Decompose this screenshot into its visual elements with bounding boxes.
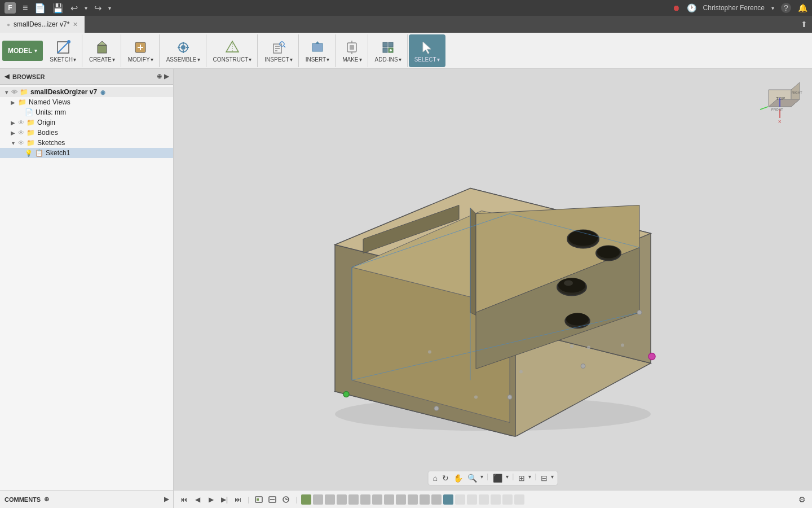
insert-button[interactable]: INSERT▾ xyxy=(302,36,333,65)
create-button[interactable]: CREATE▾ xyxy=(86,36,118,65)
viewport-orbit-icon[interactable]: ↻ xyxy=(441,472,450,484)
notification-icon[interactable]: 🔔 xyxy=(798,3,807,12)
timeline-marker-12[interactable] xyxy=(431,494,442,505)
timeline-skip-forward-button[interactable]: ⏭ xyxy=(232,494,244,505)
active-tab[interactable]: ● smallDes...izer v7* ✕ xyxy=(0,16,85,33)
viewport-pan-icon[interactable]: ✋ xyxy=(452,472,464,484)
svg-point-52 xyxy=(564,281,573,286)
timeline-marker-7[interactable] xyxy=(372,494,382,505)
browser-expand-icon[interactable]: ▶ xyxy=(164,73,169,80)
timeline-marker-8[interactable] xyxy=(384,494,394,505)
timeline-marker-11[interactable] xyxy=(420,494,430,505)
timeline-step-forward-button[interactable]: ▶| xyxy=(219,494,230,505)
timeline-play-button[interactable]: ▶ xyxy=(205,494,217,505)
insert-icon xyxy=(308,38,326,56)
timeline-marker-5[interactable] xyxy=(348,494,359,505)
timeline-marker-6[interactable] xyxy=(360,494,370,505)
units-item[interactable]: ▶ 📄 Units: mm xyxy=(0,107,173,117)
timeline-marker-4[interactable] xyxy=(337,494,347,505)
sketch-button[interactable]: SKETCH▾ xyxy=(46,36,80,65)
timeline-marker-19[interactable] xyxy=(514,494,524,505)
viewport-grid-dropdown-icon[interactable]: ▾ xyxy=(528,472,531,484)
sketches-item[interactable]: ▾ 👁 📁 Sketches xyxy=(0,138,173,148)
construct-button[interactable]: CONSTRUCT▾ xyxy=(210,36,255,65)
svg-point-2 xyxy=(67,40,70,43)
browser-header-icons: ⊕ ▶ xyxy=(157,73,169,80)
browser-collapse-icon[interactable]: ◀ xyxy=(5,73,9,80)
addins-button[interactable]: ADD-INS▾ xyxy=(372,36,405,65)
origin-item[interactable]: ▶ 👁 📁 Origin xyxy=(0,117,173,128)
viewport-layout-dropdown-icon[interactable]: ▾ xyxy=(551,472,554,484)
new-file-icon[interactable]: 📄 xyxy=(34,3,46,14)
tab-bar: ● smallDes...izer v7* ✕ ⬆ xyxy=(0,16,812,33)
root-visibility-icon[interactable]: 👁 xyxy=(11,89,17,95)
tab-label: smallDes...izer v7* xyxy=(14,20,69,28)
timeline-marker-16[interactable] xyxy=(479,494,489,505)
undo-icon[interactable]: ↩ xyxy=(70,3,78,14)
timeline-marker-3[interactable] xyxy=(325,494,335,505)
viewport-zoom-icon[interactable]: 🔍 xyxy=(466,472,478,484)
sketch1-visibility-icon[interactable]: 💡 xyxy=(25,150,33,157)
comments-add-icon[interactable]: ⊕ xyxy=(44,496,49,503)
timeline-marker-2[interactable] xyxy=(313,494,323,505)
origin-visibility-icon[interactable]: 👁 xyxy=(18,119,24,126)
inspect-button[interactable]: INSPECT▾ xyxy=(261,36,295,65)
record-icon[interactable]: ⏺ xyxy=(672,3,680,12)
comments-expand-icon[interactable]: ▶ xyxy=(164,496,169,503)
timeline-marker-9[interactable] xyxy=(396,494,406,505)
create-icon xyxy=(93,38,111,56)
timeline-marker-1[interactable] xyxy=(301,494,311,505)
modify-icon xyxy=(131,38,149,56)
modify-button[interactable]: MODIFY▾ xyxy=(125,36,157,65)
timeline-step-back-button[interactable]: ◀ xyxy=(192,494,203,505)
timeline-marker-14[interactable] xyxy=(455,494,465,505)
bodies-visibility-icon[interactable]: 👁 xyxy=(18,129,24,136)
timeline-marker-15[interactable] xyxy=(467,494,477,505)
model-button[interactable]: MODEL ▾ xyxy=(2,41,43,61)
file-icon[interactable]: ≡ xyxy=(23,3,28,13)
view-cube[interactable]: TOP RIGHT FRONT X xyxy=(754,76,805,126)
model-label: MODEL xyxy=(8,47,32,55)
viewport-display-mode-icon[interactable]: ⬛ xyxy=(492,472,504,484)
timeline-marker-13[interactable] xyxy=(443,494,453,505)
make-label: MAKE▾ xyxy=(342,56,361,63)
redo-icon[interactable]: ↪ xyxy=(94,3,102,14)
assemble-button[interactable]: ASSEMBLE▾ xyxy=(163,36,204,65)
select-button[interactable]: SELECT▾ xyxy=(411,36,443,65)
help-icon[interactable]: ? xyxy=(781,3,791,13)
timeline-marker-10[interactable] xyxy=(408,494,418,505)
undo-dropdown-icon[interactable]: ▾ xyxy=(85,5,87,11)
addins-label: ADD-INS▾ xyxy=(375,56,401,63)
app-logo[interactable]: F xyxy=(5,2,16,14)
sketch1-item[interactable]: ▶ 💡 📋 Sketch1 xyxy=(0,148,173,158)
viewport-layout-icon[interactable]: ⊟ xyxy=(540,472,549,484)
viewport-display-dropdown-icon[interactable]: ▾ xyxy=(506,472,509,484)
clock-icon[interactable]: 🕐 xyxy=(687,3,696,12)
timeline-tool-1[interactable] xyxy=(253,494,264,505)
tab-close-button[interactable]: ✕ xyxy=(73,21,78,28)
timeline-tool-3[interactable] xyxy=(280,494,292,505)
tab-expand-icon[interactable]: ⬆ xyxy=(801,20,807,29)
user-dropdown-icon[interactable]: ▾ xyxy=(771,5,774,11)
viewport-zoom-dropdown-icon[interactable]: ▾ xyxy=(480,472,483,484)
select-label: SELECT▾ xyxy=(414,56,440,63)
viewport[interactable]: TOP RIGHT FRONT X ⌂ ↻ ✋ xyxy=(174,69,812,490)
viewport-grid-icon[interactable]: ⊞ xyxy=(517,472,526,484)
make-button[interactable]: MAKE▾ xyxy=(339,36,365,65)
timeline-marker-17[interactable] xyxy=(491,494,501,505)
viewport-home-icon[interactable]: ⌂ xyxy=(432,472,439,484)
redo-dropdown-icon[interactable]: ▾ xyxy=(108,5,111,11)
named-views-item[interactable]: ▶ 📁 Named Views xyxy=(0,97,173,107)
timeline-settings-button[interactable]: ⚙ xyxy=(796,494,807,505)
timeline-tool-2[interactable] xyxy=(267,494,278,505)
tree-root[interactable]: ▾ 👁 📁 smallDeskOrgizer v7 ◉ xyxy=(0,87,173,97)
timeline-marker-18[interactable] xyxy=(502,494,513,505)
timeline-skip-back-button[interactable]: ⏮ xyxy=(178,494,189,505)
bodies-item[interactable]: ▶ 👁 📁 Bodies xyxy=(0,128,173,138)
browser-add-icon[interactable]: ⊕ xyxy=(157,73,162,80)
save-icon[interactable]: 💾 xyxy=(52,3,64,14)
construct-label: CONSTRUCT▾ xyxy=(213,56,252,63)
sketches-visibility-icon[interactable]: 👁 xyxy=(18,139,24,146)
modify-section: MODIFY▾ xyxy=(122,34,160,67)
assemble-label: ASSEMBLE▾ xyxy=(166,56,200,63)
